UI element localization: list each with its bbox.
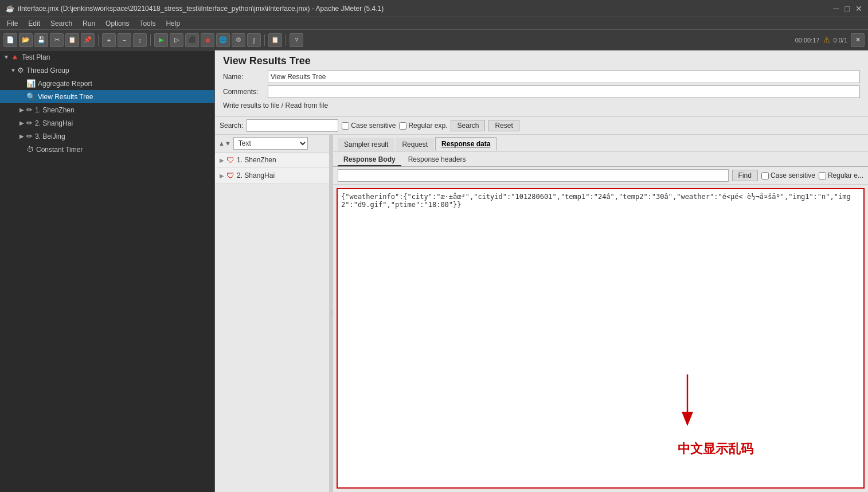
tree-item-aggregate-report[interactable]: 📊 Aggregate Report [0,77,214,90]
menu-run[interactable]: Run [78,18,100,29]
result-item-shenzhen[interactable]: ▶ 🛡 1. ShenZhen [215,153,329,168]
panel-title: View Results Tree [223,55,860,67]
file-row: Write results to file / Read from file [223,100,860,111]
menu-search[interactable]: Search [46,18,77,29]
tree-item-test-plan[interactable]: ▼ 🔺 Test Plan [0,50,214,64]
menu-edit[interactable]: Edit [24,18,45,29]
toolbar-new[interactable]: 📄 [3,33,17,47]
name-input[interactable] [268,71,860,83]
result-icon-shanghai: 🛡 [226,171,234,180]
toolbar-exit[interactable]: ✕ [851,33,865,47]
find-regular-exp[interactable]: Regular e... [819,171,863,179]
find-input[interactable] [338,169,729,182]
comments-row: Comments: [223,85,860,98]
toolbar-start-no-pause[interactable]: ▷ [170,33,183,47]
toolbar: 📄 📂 💾 ✂ 📋 📌 + − ↕ ▶ ▷ ⬛ ⏹ 🌐 ⚙ ∫ 📋 ? 00:0… [0,30,868,50]
toolbar-copy[interactable]: 📋 [65,33,79,47]
response-body: {"weatherinfo":{"city":"æ·±åœ³","cityid"… [337,188,865,489]
find-regexp-checkbox[interactable] [819,172,826,179]
tree-item-thread-group[interactable]: ▼ ⚙ Thread Group [0,64,214,77]
maximize-button[interactable]: □ [845,4,850,13]
toolbar-open[interactable]: 📂 [19,33,33,47]
tree-item-beijing[interactable]: ▶ ✏ 3. BeiJing [0,130,214,143]
annotation-text: 中文显示乱码 [678,440,753,458]
menu-bar: File Edit Search Run Options Tools Help [0,17,868,30]
subtab-response-body[interactable]: Response Body [338,154,401,166]
annotation-arrow-svg [670,374,705,426]
comments-label: Comments: [223,88,263,96]
svg-marker-1 [682,412,693,426]
minimize-button[interactable]: ─ [834,4,839,13]
menu-file[interactable]: File [2,18,22,29]
panel-header: View Results Tree Name: Comments: Write … [215,50,868,117]
result-label-shenzhen: 1. ShenZhen [237,156,276,164]
toolbar-sep4 [286,34,286,46]
tree-item-shanghai[interactable]: ▶ ✏ 2. ShangHai [0,116,214,130]
toolbar-stop[interactable]: ⬛ [185,33,199,47]
toolbar-template[interactable]: 📋 [268,33,282,47]
find-button[interactable]: Find [732,170,758,181]
tree-item-constant-timer[interactable]: ⏱ Constant Timer [0,143,214,156]
tab-sampler-result[interactable]: Sampler result [338,138,394,151]
toolbar-cut[interactable]: ✂ [50,33,64,47]
toolbar-sep1 [98,34,99,46]
format-dropdown[interactable]: Text HTML JSON XML Regexp Tester [233,137,308,150]
toolbar-jmeter[interactable]: ⚙ [232,33,245,47]
find-case-checkbox[interactable] [761,172,769,179]
toolbar-start[interactable]: ▶ [154,33,168,47]
case-sensitive-label[interactable]: Case sensitive [342,122,396,130]
toolbar-remote[interactable]: 🌐 [216,33,230,47]
search-button[interactable]: Search [451,120,485,131]
regular-exp-label[interactable]: Regular exp. [399,122,447,130]
result-arrow-shanghai: ▶ [220,173,224,179]
tab-request[interactable]: Request [396,138,434,151]
toolbar-save[interactable]: 💾 [34,33,48,47]
controls-row: ▲▼ Text HTML JSON XML Regexp Tester [215,135,329,153]
menu-tools[interactable]: Tools [135,18,160,29]
find-bar: Find Case sensitive Regular e... [333,167,868,185]
result-item-shanghai[interactable]: ▶ 🛡 2. ShangHai [215,168,329,183]
menu-options[interactable]: Options [101,18,134,29]
icon-thread-group: ⚙ [17,66,24,75]
arrow-shanghai: ▶ [19,120,26,126]
label-beijing: 3. BeiJing [35,132,211,140]
label-shenzhen: 1. ShenZhen [35,106,211,114]
toolbar-help[interactable]: ? [290,33,303,47]
toolbar-move[interactable]: ↕ [133,33,147,47]
arrow-aggregate [19,80,26,87]
result-label-shanghai: 2. ShangHai [237,171,275,179]
toolbar-paste[interactable]: 📌 [81,33,95,47]
toolbar-add[interactable]: + [102,33,116,47]
tabs-bar: Sampler result Request Response data [333,135,868,151]
arrow-thread-group: ▼ [10,67,17,73]
title-bar: ☕ iInterface.jmx (D:\jenkins\workspace\2… [0,0,868,17]
icon-vrt: 🔍 [26,92,36,101]
name-label: Name: [223,73,263,81]
label-test-plan: Test Plan [22,53,211,61]
label-timer: Constant Timer [36,146,211,154]
icon-aggregate: 📊 [26,79,36,88]
tree-item-shenzhen[interactable]: ▶ ✏ 1. ShenZhen [0,103,214,116]
case-sensitive-checkbox[interactable] [342,122,349,130]
warning-icon: ⚠ [823,36,830,44]
subtab-response-headers[interactable]: Response headers [402,154,472,166]
toolbar-stop-now[interactable]: ⏹ [201,33,214,47]
label-vrt: View Results Tree [38,93,211,101]
reset-button[interactable]: Reset [488,120,519,131]
close-button[interactable]: ✕ [855,4,862,13]
search-bar: Search: Case sensitive Regular exp. Sear… [215,117,868,135]
regular-exp-checkbox[interactable] [399,122,406,130]
annotation-area: {"weatherinfo":{"city":"æ·±åœ³","cityid"… [333,185,868,492]
search-input[interactable] [247,119,338,132]
detail-panel: Sampler result Request Response data Res… [333,135,868,492]
tab-response-data[interactable]: Response data [435,137,496,151]
results-column: ▲▼ Text HTML JSON XML Regexp Tester ▶ 🛡 … [215,135,330,492]
toolbar-remove[interactable]: − [118,33,131,47]
comments-input[interactable] [268,85,860,98]
menu-help[interactable]: Help [161,18,185,29]
toolbar-sep3 [264,34,265,46]
main-layout: ▼ 🔺 Test Plan ▼ ⚙ Thread Group 📊 Aggrega… [0,50,868,492]
find-case-sensitive[interactable]: Case sensitive [761,171,815,179]
toolbar-function[interactable]: ∫ [247,33,261,47]
tree-item-view-results-tree[interactable]: 🔍 View Results Tree [0,90,214,103]
